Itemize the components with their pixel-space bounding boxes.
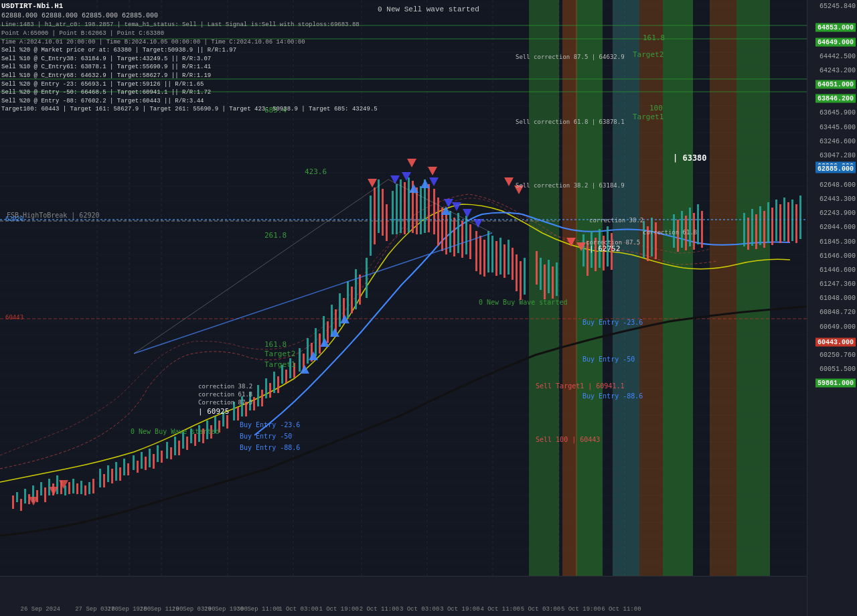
svg-rect-173 <box>449 211 451 252</box>
label-100-right: 100 <box>649 104 663 112</box>
svg-rect-217 <box>701 211 703 248</box>
svg-rect-79 <box>56 475 58 494</box>
label-buy-entry-50-right: Buy Entry -50 <box>582 356 635 363</box>
label-target1-right: Target1 <box>633 112 664 121</box>
price-label-61845-300: 61845.300 <box>820 238 856 245</box>
svg-rect-144 <box>327 321 329 343</box>
price-label-59861-000: 59861.000 <box>815 379 856 388</box>
svg-rect-54 <box>576 0 603 576</box>
svg-rect-188 <box>512 248 514 280</box>
svg-rect-211 <box>677 220 679 252</box>
label-buy-entry-886-right: Buy Entry -88.6 <box>582 392 643 400</box>
svg-rect-120 <box>226 415 228 429</box>
price-label-62885-000: 62885.000 <box>815 165 856 173</box>
svg-rect-104 <box>161 451 163 463</box>
svg-rect-110 <box>186 437 188 450</box>
svg-rect-175 <box>457 213 459 253</box>
svg-rect-187 <box>508 240 510 275</box>
svg-rect-186 <box>503 244 505 278</box>
time-label: 5 Oct 03:00 <box>521 606 560 613</box>
svg-rect-194 <box>544 264 546 299</box>
svg-rect-166 <box>420 186 422 234</box>
svg-rect-142 <box>319 333 321 354</box>
svg-rect-89 <box>99 469 101 487</box>
svg-rect-208 <box>651 218 653 256</box>
svg-marker-233 <box>300 365 309 374</box>
svg-rect-70 <box>20 499 22 511</box>
svg-rect-99 <box>141 452 143 469</box>
price-label-63645-900: 63645.900 <box>820 109 856 117</box>
svg-marker-256 <box>463 209 472 218</box>
price-label-64649-000: 64649.000 <box>815 37 856 46</box>
svg-rect-129 <box>265 378 267 398</box>
label-685: 685.4 <box>264 106 287 114</box>
svg-rect-226 <box>775 200 777 241</box>
svg-rect-182 <box>487 231 489 273</box>
svg-rect-126 <box>253 397 255 410</box>
label-63380: | 63380 <box>673 153 707 163</box>
svg-rect-60 <box>613 0 639 576</box>
svg-rect-168 <box>428 184 430 232</box>
svg-marker-244 <box>504 177 514 186</box>
svg-rect-178 <box>469 224 471 259</box>
price-label-60649-000: 60649.000 <box>820 323 856 330</box>
label-sell-corr-618: Sell correction 61.8 | 63878.1 <box>516 119 625 125</box>
label-corr-875-left: Correction 87.5 <box>198 399 252 406</box>
svg-rect-134 <box>285 370 287 383</box>
price-label-62044-600: 62044.600 <box>820 224 856 231</box>
price-axis: 65245.84064853.00064649.00064442.5006424… <box>807 0 857 616</box>
chart-container: USDTIRT-Nbi.H1 62888.000 62888.000 62885… <box>0 0 857 616</box>
svg-rect-90 <box>103 474 105 487</box>
price-label-64442-500: 64442.500 <box>820 52 856 60</box>
svg-rect-231 <box>795 204 797 243</box>
svg-rect-227 <box>779 204 781 243</box>
label-target2-left: Target2 <box>264 350 295 358</box>
svg-rect-86 <box>84 485 86 495</box>
svg-rect-56 <box>736 0 770 576</box>
price-label-64853-000: 64853.000 <box>815 23 856 32</box>
price-label-65245-840: 65245.840 <box>820 3 856 10</box>
svg-rect-192 <box>536 251 538 285</box>
svg-rect-174 <box>453 218 455 256</box>
svg-rect-195 <box>548 260 550 293</box>
label-corr-382-left: correction 38.2 <box>198 383 252 390</box>
price-label-60848-720: 60848.720 <box>820 309 856 316</box>
time-label: 3 Oct 03:00 <box>400 606 439 613</box>
svg-rect-222 <box>759 206 761 245</box>
svg-marker-243 <box>428 167 437 175</box>
svg-rect-209 <box>655 222 657 259</box>
svg-rect-216 <box>697 204 699 244</box>
price-label-63846-200: 63846.200 <box>815 94 856 103</box>
svg-rect-191 <box>524 258 526 295</box>
svg-rect-219 <box>747 218 749 250</box>
label-sell-target1: Sell Target1 | 60941.1 <box>536 382 624 390</box>
price-label-61048-000: 61048.000 <box>820 295 856 302</box>
svg-rect-151 <box>355 269 357 309</box>
svg-rect-150 <box>351 287 353 313</box>
svg-rect-189 <box>516 254 518 291</box>
time-label: 5 Oct 19:00 <box>561 606 601 613</box>
chart-svg: 685.4 261.8 423.6 161.8 Target2 Target1 … <box>0 0 807 576</box>
label-60443-line: 60443 <box>5 314 23 321</box>
svg-rect-147 <box>339 293 341 327</box>
label-corr-382-right: correction 38.2 <box>589 217 643 224</box>
svg-rect-75 <box>40 482 42 495</box>
signal-center-label: 0 New Sell wave started <box>378 5 479 13</box>
svg-rect-196 <box>552 266 554 299</box>
svg-rect-193 <box>540 258 542 290</box>
svg-rect-199 <box>587 241 589 276</box>
label-target1-left: Target1 <box>264 360 295 369</box>
svg-rect-220 <box>751 209 753 246</box>
svg-rect-122 <box>237 407 239 420</box>
price-label-64243-200: 64243.200 <box>820 66 856 74</box>
label-161-right: 161.8 <box>643 33 665 42</box>
svg-rect-107 <box>174 437 176 455</box>
label-buy-entry-886-left: Buy Entry -88.6 <box>240 444 300 451</box>
price-label-62443-300: 62443.300 <box>820 196 856 203</box>
svg-rect-130 <box>269 383 271 398</box>
time-label: 1 Oct 03:00 <box>279 606 318 613</box>
svg-line-261 <box>134 233 492 354</box>
label-62920-line: 62920 <box>5 216 23 222</box>
price-label-62243-900: 62243.900 <box>820 210 856 217</box>
chart-area: 685.4 261.8 423.6 161.8 Target2 Target1 … <box>0 0 807 576</box>
